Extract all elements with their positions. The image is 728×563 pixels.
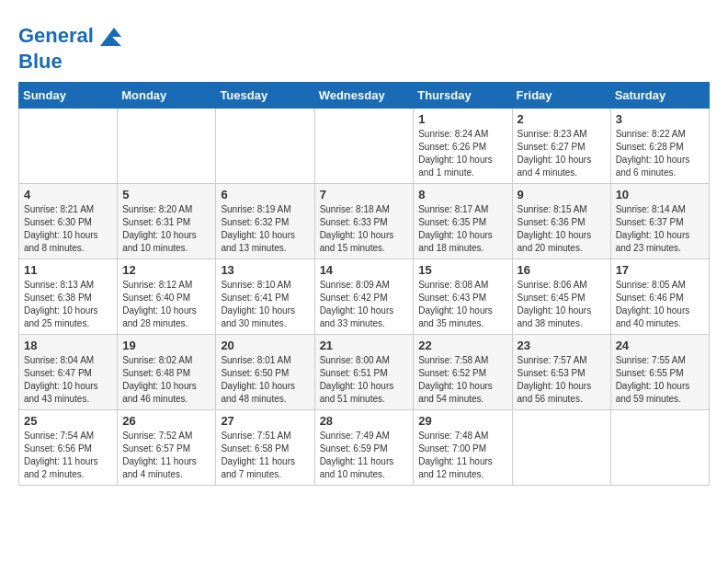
logo: General Blue <box>18 23 123 73</box>
day-info: Sunrise: 7:57 AM Sunset: 6:53 PM Dayligh… <box>518 354 606 406</box>
day-info: Sunrise: 8:22 AM Sunset: 6:28 PM Dayligh… <box>616 128 704 179</box>
calendar-cell: 6Sunrise: 8:19 AM Sunset: 6:32 PM Daylig… <box>216 184 314 259</box>
calendar-cell: 3Sunrise: 8:22 AM Sunset: 6:28 PM Daylig… <box>610 109 709 184</box>
day-info: Sunrise: 8:00 AM Sunset: 6:51 PM Dayligh… <box>320 354 409 406</box>
day-info: Sunrise: 8:09 AM Sunset: 6:42 PM Dayligh… <box>320 279 409 330</box>
calendar-week-3: 11Sunrise: 8:13 AM Sunset: 6:38 PM Dayli… <box>19 259 710 335</box>
day-info: Sunrise: 7:58 AM Sunset: 6:52 PM Dayligh… <box>418 354 506 406</box>
day-number: 6 <box>221 188 309 201</box>
calendar-cell: 14Sunrise: 8:09 AM Sunset: 6:42 PM Dayli… <box>314 259 414 335</box>
calendar-cell: 25Sunrise: 7:54 AM Sunset: 6:56 PM Dayli… <box>19 410 118 486</box>
day-header-wednesday: Wednesday <box>314 83 414 109</box>
day-number: 14 <box>320 263 409 277</box>
calendar-cell: 24Sunrise: 7:55 AM Sunset: 6:55 PM Dayli… <box>610 335 709 410</box>
day-info: Sunrise: 8:02 AM Sunset: 6:48 PM Dayligh… <box>122 354 210 406</box>
logo-general: General <box>18 24 94 47</box>
day-number: 24 <box>616 339 704 352</box>
day-info: Sunrise: 7:48 AM Sunset: 7:00 PM Dayligh… <box>418 430 506 481</box>
day-info: Sunrise: 8:08 AM Sunset: 6:43 PM Dayligh… <box>418 279 506 330</box>
calendar-cell <box>314 109 414 184</box>
day-info: Sunrise: 7:52 AM Sunset: 6:57 PM Dayligh… <box>122 430 210 481</box>
calendar-cell <box>216 109 314 184</box>
day-info: Sunrise: 8:13 AM Sunset: 6:38 PM Dayligh… <box>24 279 112 330</box>
calendar-cell: 13Sunrise: 8:10 AM Sunset: 6:41 PM Dayli… <box>216 259 314 335</box>
day-number: 23 <box>518 339 606 352</box>
day-header-monday: Monday <box>118 83 216 109</box>
calendar-cell: 17Sunrise: 8:05 AM Sunset: 6:46 PM Dayli… <box>610 259 709 335</box>
day-info: Sunrise: 8:04 AM Sunset: 6:47 PM Dayligh… <box>24 354 112 406</box>
day-number: 21 <box>320 339 409 352</box>
day-info: Sunrise: 8:24 AM Sunset: 6:26 PM Dayligh… <box>418 128 506 179</box>
day-number: 8 <box>418 188 506 201</box>
calendar-cell: 5Sunrise: 8:20 AM Sunset: 6:31 PM Daylig… <box>118 184 216 259</box>
day-number: 16 <box>518 263 606 277</box>
day-number: 28 <box>320 414 409 428</box>
calendar-cell: 20Sunrise: 8:01 AM Sunset: 6:50 PM Dayli… <box>216 335 314 410</box>
day-number: 20 <box>221 339 309 352</box>
calendar-cell: 11Sunrise: 8:13 AM Sunset: 6:38 PM Dayli… <box>19 259 118 335</box>
day-number: 27 <box>221 414 309 428</box>
day-header-tuesday: Tuesday <box>216 83 314 109</box>
calendar-cell: 19Sunrise: 8:02 AM Sunset: 6:48 PM Dayli… <box>118 335 216 410</box>
day-info: Sunrise: 8:15 AM Sunset: 6:36 PM Dayligh… <box>518 203 606 255</box>
calendar-cell: 28Sunrise: 7:49 AM Sunset: 6:59 PM Dayli… <box>314 410 414 486</box>
day-info: Sunrise: 8:21 AM Sunset: 6:30 PM Dayligh… <box>24 203 112 255</box>
calendar-cell: 15Sunrise: 8:08 AM Sunset: 6:43 PM Dayli… <box>414 259 512 335</box>
calendar-week-1: 1Sunrise: 8:24 AM Sunset: 6:26 PM Daylig… <box>19 109 710 184</box>
day-number: 4 <box>24 188 112 201</box>
calendar-cell: 16Sunrise: 8:06 AM Sunset: 6:45 PM Dayli… <box>512 259 610 335</box>
calendar-cell: 23Sunrise: 7:57 AM Sunset: 6:53 PM Dayli… <box>512 335 610 410</box>
day-header-thursday: Thursday <box>414 83 512 109</box>
day-info: Sunrise: 8:23 AM Sunset: 6:27 PM Dayligh… <box>518 128 606 179</box>
day-number: 15 <box>418 263 506 277</box>
day-number: 26 <box>122 414 210 428</box>
calendar-cell <box>512 410 610 486</box>
day-header-friday: Friday <box>512 83 610 109</box>
day-number: 19 <box>122 339 210 352</box>
day-info: Sunrise: 8:19 AM Sunset: 6:32 PM Dayligh… <box>221 203 309 255</box>
day-info: Sunrise: 7:55 AM Sunset: 6:55 PM Dayligh… <box>616 354 704 406</box>
day-info: Sunrise: 7:51 AM Sunset: 6:58 PM Dayligh… <box>221 430 309 481</box>
day-number: 25 <box>24 414 112 428</box>
day-info: Sunrise: 8:17 AM Sunset: 6:35 PM Dayligh… <box>418 203 506 255</box>
logo-blue: Blue <box>18 50 63 73</box>
day-info: Sunrise: 8:01 AM Sunset: 6:50 PM Dayligh… <box>221 354 309 406</box>
calendar-cell: 22Sunrise: 7:58 AM Sunset: 6:52 PM Dayli… <box>414 335 512 410</box>
svg-marker-0 <box>100 28 121 46</box>
calendar-cell <box>19 109 118 184</box>
day-info: Sunrise: 8:20 AM Sunset: 6:31 PM Dayligh… <box>122 203 210 255</box>
day-number: 11 <box>24 263 112 277</box>
calendar-cell: 27Sunrise: 7:51 AM Sunset: 6:58 PM Dayli… <box>216 410 314 486</box>
calendar-header-row: SundayMondayTuesdayWednesdayThursdayFrid… <box>19 83 710 109</box>
calendar-cell: 26Sunrise: 7:52 AM Sunset: 6:57 PM Dayli… <box>118 410 216 486</box>
day-number: 18 <box>24 339 112 352</box>
day-number: 1 <box>418 112 506 126</box>
calendar-cell: 1Sunrise: 8:24 AM Sunset: 6:26 PM Daylig… <box>414 109 512 184</box>
day-header-saturday: Saturday <box>610 83 709 109</box>
calendar-week-5: 25Sunrise: 7:54 AM Sunset: 6:56 PM Dayli… <box>19 410 710 486</box>
day-number: 9 <box>518 188 606 201</box>
day-number: 22 <box>418 339 506 352</box>
day-info: Sunrise: 7:54 AM Sunset: 6:56 PM Dayligh… <box>24 430 112 481</box>
calendar-cell <box>118 109 216 184</box>
day-info: Sunrise: 8:12 AM Sunset: 6:40 PM Dayligh… <box>122 279 210 330</box>
calendar-cell: 12Sunrise: 8:12 AM Sunset: 6:40 PM Dayli… <box>118 259 216 335</box>
calendar-cell: 29Sunrise: 7:48 AM Sunset: 7:00 PM Dayli… <box>414 410 512 486</box>
day-number: 2 <box>518 112 606 126</box>
day-info: Sunrise: 8:06 AM Sunset: 6:45 PM Dayligh… <box>518 279 606 330</box>
day-info: Sunrise: 7:49 AM Sunset: 6:59 PM Dayligh… <box>320 430 409 481</box>
day-header-sunday: Sunday <box>19 83 118 109</box>
calendar-cell: 7Sunrise: 8:18 AM Sunset: 6:33 PM Daylig… <box>314 184 414 259</box>
day-info: Sunrise: 8:05 AM Sunset: 6:46 PM Dayligh… <box>616 279 704 330</box>
calendar-cell: 8Sunrise: 8:17 AM Sunset: 6:35 PM Daylig… <box>414 184 512 259</box>
day-number: 7 <box>320 188 409 201</box>
logo-text: General Blue <box>18 23 123 73</box>
day-number: 10 <box>616 188 704 201</box>
day-number: 5 <box>122 188 210 201</box>
day-number: 3 <box>616 112 704 126</box>
calendar-cell: 4Sunrise: 8:21 AM Sunset: 6:30 PM Daylig… <box>19 184 118 259</box>
day-info: Sunrise: 8:14 AM Sunset: 6:37 PM Dayligh… <box>616 203 704 255</box>
page-header: General Blue <box>18 18 710 73</box>
logo-icon <box>96 23 123 51</box>
day-number: 17 <box>616 263 704 277</box>
